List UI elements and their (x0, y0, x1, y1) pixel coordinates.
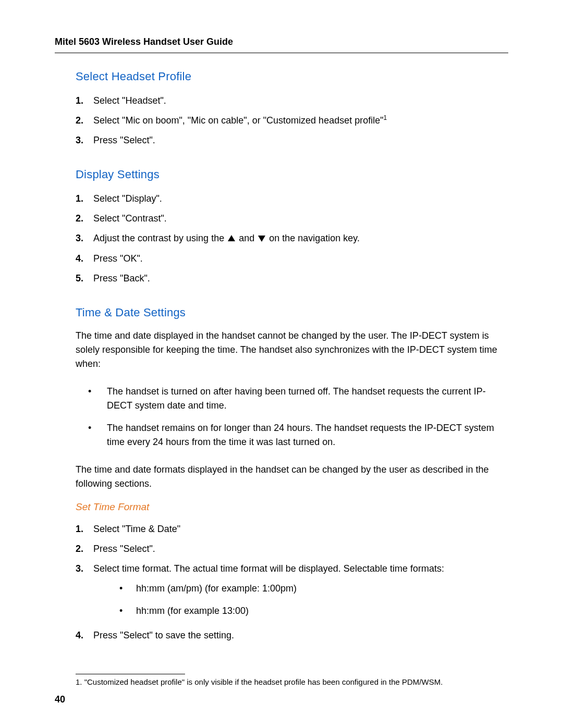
list-item: hh:mm (am/pm) (for example: 1:00pm) (99, 577, 508, 600)
heading-time-date-settings: Time & Date Settings (76, 306, 508, 319)
list-item: Press "OK". (76, 249, 508, 268)
footnote-text: 1. "Customized headset profile" is only … (76, 677, 508, 686)
step-text: Select "Mic on boom", "Mic on cable", or… (93, 115, 384, 126)
list-item: Select "Contrast". (76, 208, 508, 228)
page-content: Select Headset Profile Select "Headset".… (76, 70, 508, 645)
list-item: Press "Select". (76, 130, 508, 150)
step-text-part: Adjust the contrast by using the (93, 233, 227, 243)
footnote-area: 1. "Customized headset profile" is only … (76, 674, 508, 686)
list-sync-conditions: The handset is turned on after having be… (76, 380, 508, 453)
step-text-part: on the navigation key. (266, 233, 360, 243)
list-item: Select "Time & Date" (76, 519, 508, 539)
list-item: Adjust the contrast by using the and on … (76, 228, 508, 248)
running-header: Mitel 5603 Wireless Handset User Guide (55, 36, 508, 47)
paragraph: The time and date formats displayed in t… (76, 463, 508, 491)
subheading-set-time-format: Set Time Format (76, 501, 508, 513)
list-headset-steps: Select "Headset". Select "Mic on boom", … (76, 91, 508, 150)
list-item: Select "Mic on boom", "Mic on cable", or… (76, 110, 508, 130)
document-page: Mitel 5603 Wireless Handset User Guide S… (0, 0, 563, 728)
list-display-steps: Select "Display". Select "Contrast". Adj… (76, 189, 508, 288)
triangle-up-icon (228, 235, 235, 241)
step-text-part: and (236, 233, 257, 243)
list-item: Select "Headset". (76, 91, 508, 110)
list-item: Select "Display". (76, 189, 508, 208)
list-item: The handset is turned on after having be… (76, 380, 508, 417)
footnote-rule (76, 674, 185, 674)
footnote-ref: 1 (384, 114, 387, 121)
heading-display-settings: Display Settings (76, 168, 508, 181)
header-rule (55, 53, 508, 53)
list-time-formats: hh:mm (am/pm) (for example: 1:00pm) hh:m… (99, 577, 508, 622)
list-item: The handset remains on for longer than 2… (76, 417, 508, 453)
step-text: Select time format. The actual time form… (93, 563, 444, 574)
list-item: Press "Back". (76, 268, 508, 288)
paragraph: The time and date displayed in the hands… (76, 329, 508, 371)
list-item: Press "Select" to save the setting. (76, 625, 508, 645)
list-item: Press "Select". (76, 539, 508, 559)
triangle-down-icon (258, 236, 265, 242)
heading-select-headset-profile: Select Headset Profile (76, 70, 508, 83)
list-item: Select time format. The actual time form… (76, 559, 508, 625)
list-time-format-steps: Select "Time & Date" Press "Select". Sel… (76, 519, 508, 645)
page-number: 40 (55, 694, 65, 705)
list-item: hh:mm (for example 13:00) (99, 600, 508, 622)
